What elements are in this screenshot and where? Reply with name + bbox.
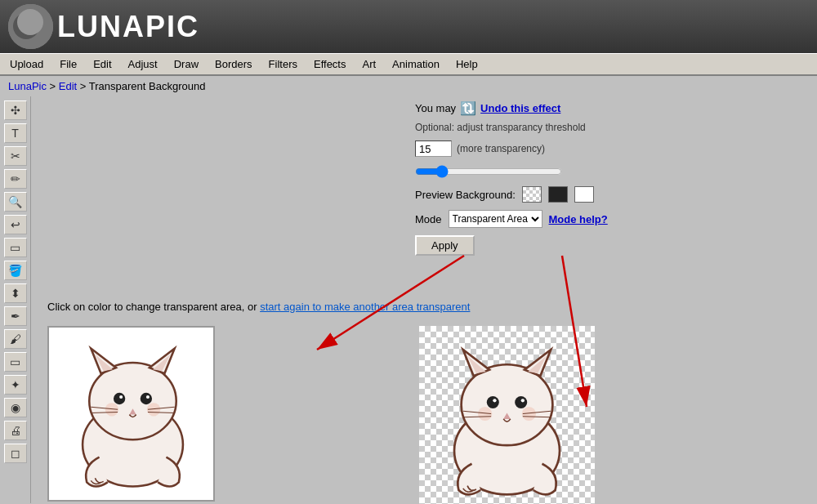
tool-move[interactable]: ✣ [4,100,27,120]
main-layout: ✣ T ✂ ✏ 🔍 ↩ ▭ 🪣 ⬍ ✒ 🖌 ▭ ✦ ◉ 🖨 ◻ You may … [0,96,817,503]
result-image[interactable] [419,326,595,504]
menu-art[interactable]: Art [354,55,384,74]
white-color-swatch[interactable] [574,186,594,203]
tool-print[interactable]: 🖨 [4,421,27,440]
undo-link[interactable]: Undo this effect [480,102,560,114]
tool-circle[interactable]: ◉ [4,398,27,417]
menu-draw[interactable]: Draw [166,55,207,74]
menu-filters[interactable]: Filters [261,55,306,74]
mode-select[interactable]: Transparent Area Magic Eraser Fuzzy Sele… [449,210,542,228]
optional-text: Optional: adjust transparancy threshold [415,122,608,133]
tool-erase[interactable]: ◻ [4,444,27,463]
black-color-swatch[interactable] [548,186,568,203]
slider-row [415,164,608,179]
original-cat-svg [49,328,215,502]
threshold-input[interactable] [415,140,452,157]
svg-point-11 [141,393,152,404]
checker-color-swatch[interactable] [522,186,542,203]
breadcrumb: LunaPic > Edit > Transparent Background [0,76,817,96]
original-image[interactable] [47,326,215,502]
tool-star[interactable]: ✦ [4,375,27,395]
tool-shape[interactable]: ▭ [4,352,27,372]
logo-icon [8,4,53,49]
tool-brush[interactable]: 🖌 [4,329,27,349]
svg-point-10 [114,393,125,404]
apply-row: Apply [415,235,608,256]
menu-adjust[interactable]: Adjust [120,55,166,74]
menu-file[interactable]: File [51,55,85,74]
controls-panel: You may 🔃 Undo this effect Optional: adj… [415,100,608,259]
svg-point-27 [487,396,499,408]
logo-container: LUNAPIC [8,4,199,49]
checker-background [419,326,595,504]
result-cat-svg [419,326,595,504]
tool-pencil[interactable]: ✏ [4,169,27,189]
threshold-row: (more transparency) [415,140,608,157]
click-instruction: Click on color to change transparent are… [47,301,801,313]
tool-pen[interactable]: ✒ [4,306,27,326]
logo-text: LUNAPIC [57,10,199,44]
tool-rect[interactable]: ▭ [4,238,27,257]
breadcrumb-page: Transparent Background [89,80,206,92]
tool-text[interactable]: T [4,123,27,143]
menu-bar: Upload File Edit Adjust Draw Borders Fil… [0,53,817,76]
svg-point-13 [146,395,150,399]
tool-zoom[interactable]: 🔍 [4,192,27,212]
svg-point-30 [521,399,525,402]
apply-button[interactable]: Apply [415,235,475,256]
menu-effects[interactable]: Effects [306,55,355,74]
preview-bg-row: Preview Background: [415,186,608,203]
svg-point-22 [462,364,553,445]
menu-borders[interactable]: Borders [207,55,261,74]
images-area [47,326,801,504]
mode-label: Mode [415,213,442,225]
svg-point-12 [119,395,123,399]
start-again-link[interactable]: start again to make another area transpa… [260,301,470,313]
svg-point-29 [493,399,496,402]
left-toolbar: ✣ T ✂ ✏ 🔍 ↩ ▭ 🪣 ⬍ ✒ 🖌 ▭ ✦ ◉ 🖨 ◻ [0,96,31,503]
mode-help-link[interactable]: Mode help? [549,213,608,225]
menu-help[interactable]: Help [448,55,486,74]
preview-bg-label: Preview Background: [415,189,516,201]
undo-icon: 🔃 [460,100,476,116]
tool-fill[interactable]: 🪣 [4,261,27,280]
tool-cut[interactable]: ✂ [4,146,27,166]
content-area: You may 🔃 Undo this effect Optional: adj… [31,96,817,503]
mode-row: Mode Transparent Area Magic Eraser Fuzzy… [415,210,608,228]
breadcrumb-sep1: > [50,80,59,92]
instruction-text: Click on color to change transparent are… [47,301,257,313]
tool-resize[interactable]: ⬍ [4,283,27,303]
breadcrumb-edit[interactable]: Edit [59,80,77,92]
you-may-text: You may [415,102,456,114]
breadcrumb-sep2: > [80,80,89,92]
svg-point-2 [17,9,43,35]
undo-line: You may 🔃 Undo this effect [415,100,608,116]
svg-point-28 [515,396,527,408]
svg-point-5 [89,363,176,439]
menu-edit[interactable]: Edit [85,55,119,74]
menu-upload[interactable]: Upload [2,55,51,74]
tool-undo[interactable]: ↩ [4,215,27,234]
more-transparency-label: (more transparency) [457,143,545,154]
breadcrumb-lunapic[interactable]: LunaPic [8,80,47,92]
threshold-slider[interactable] [415,164,562,179]
app-header: LUNAPIC [0,0,817,53]
menu-animation[interactable]: Animation [384,55,448,74]
